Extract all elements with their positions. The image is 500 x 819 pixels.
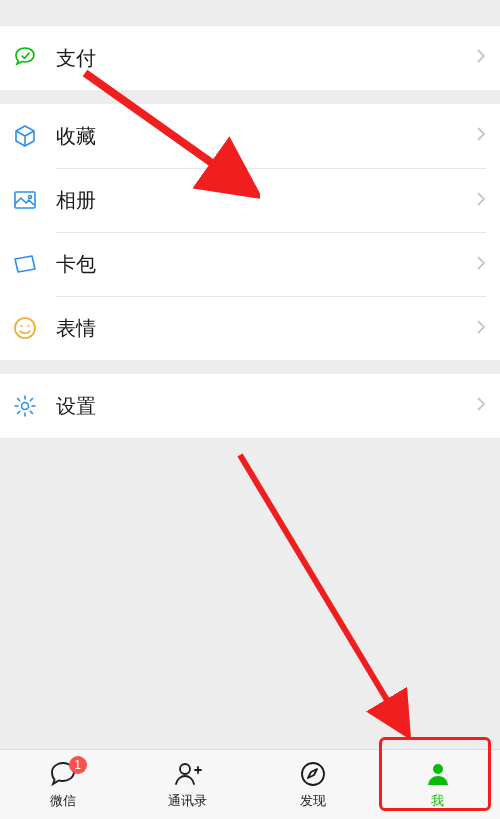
row-favorite[interactable]: 收藏 [0,104,500,168]
group-main: 收藏 相册 卡包 [0,104,500,360]
badge: 1 [69,756,87,774]
row-sticker-label: 表情 [56,315,96,342]
tab-me-label: 我 [431,792,444,810]
tabbar: 1 微信 通讯录 发现 我 [0,749,500,819]
tab-discover-label: 发现 [300,792,326,810]
row-sticker[interactable]: 表情 [0,296,500,360]
row-album-label: 相册 [56,187,96,214]
tab-contacts[interactable]: 通讯录 [125,750,250,819]
chevron-right-icon [476,48,486,68]
svg-point-4 [28,325,30,327]
row-cards[interactable]: 卡包 [0,232,500,296]
chevron-right-icon [476,126,486,146]
row-settings[interactable]: 设置 [0,374,500,438]
tab-chats-label: 微信 [50,792,76,810]
chevron-right-icon [476,319,486,339]
row-favorite-label: 收藏 [56,123,96,150]
tab-me[interactable]: 我 [375,750,500,819]
tab-discover[interactable]: 发现 [250,750,375,819]
svg-point-2 [15,318,35,338]
annotation-arrow-me [230,445,430,745]
tab-contacts-label: 通讯录 [168,792,207,810]
row-pay[interactable]: 支付 [0,26,500,90]
tab-chats[interactable]: 1 微信 [0,750,125,819]
svg-point-8 [433,764,443,774]
row-pay-label: 支付 [56,45,96,72]
svg-line-10 [240,455,405,730]
gear-icon [12,393,56,419]
photo-icon [12,187,56,213]
chevron-right-icon [476,396,486,416]
svg-point-3 [21,325,23,327]
group-settings: 设置 [0,374,500,438]
svg-point-6 [180,764,190,774]
card-icon [12,251,56,277]
cube-icon [12,123,56,149]
group-pay: 支付 [0,26,500,90]
smile-icon [12,315,56,341]
compass-icon [298,759,328,789]
svg-point-1 [29,196,32,199]
pay-icon [12,45,56,71]
svg-point-5 [22,403,29,410]
chevron-right-icon [476,255,486,275]
svg-point-7 [302,763,324,785]
row-settings-label: 设置 [56,393,96,420]
row-cards-label: 卡包 [56,251,96,278]
chevron-right-icon [476,191,486,211]
person-icon [423,759,453,789]
row-album[interactable]: 相册 [0,168,500,232]
contacts-icon [173,759,203,789]
top-spacer [0,0,500,26]
